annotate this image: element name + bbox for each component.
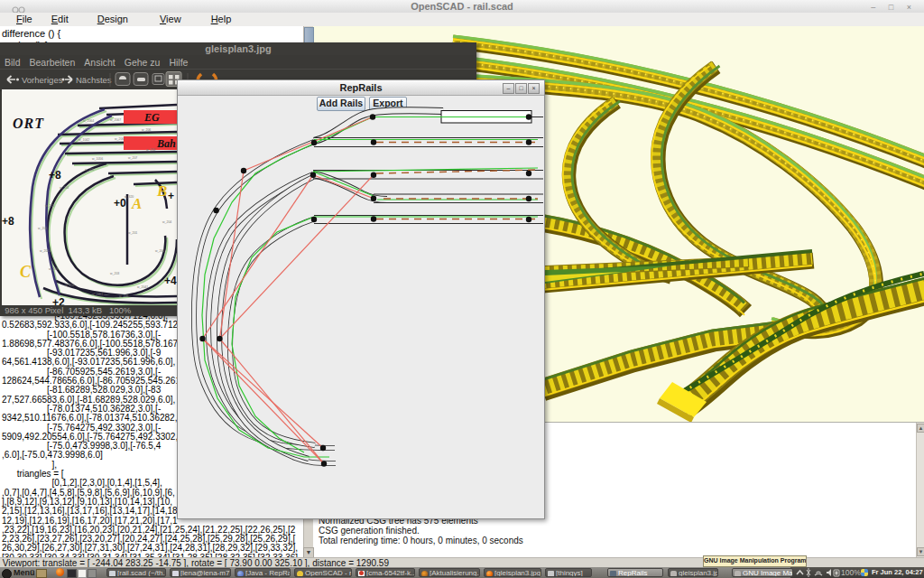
- svg-text:w_201: w_201: [128, 231, 137, 235]
- svg-text:Vorheriges: Vorheriges: [22, 75, 63, 85]
- svg-text:+: +: [168, 190, 174, 202]
- svg-text:+4: +4: [164, 275, 177, 287]
- svg-text:w_204: w_204: [162, 220, 171, 224]
- svg-text:w_205: w_205: [85, 168, 94, 172]
- svg-text:w_204: w_204: [65, 284, 74, 287]
- svg-text:w_1042: w_1042: [79, 138, 89, 142]
- svg-text:w_203: w_203: [45, 204, 54, 208]
- svg-text:Nächstes: Nächstes: [76, 75, 112, 85]
- svg-text:+0: +0: [114, 197, 126, 210]
- svg-text:w_201: w_201: [38, 227, 47, 230]
- svg-text:w_1056: w_1056: [92, 157, 103, 161]
- svg-text:w_320: w_320: [125, 195, 134, 199]
- svg-text:w_2067: w_2067: [110, 118, 121, 122]
- svg-text:w_206: w_206: [142, 128, 151, 132]
- svg-text:+8: +8: [2, 215, 14, 228]
- svg-text:w_207: w_207: [128, 156, 137, 160]
- svg-text:w_206: w_206: [146, 148, 155, 152]
- svg-text:w_206: w_206: [115, 137, 124, 141]
- svg-text:+2: +2: [52, 296, 65, 305]
- svg-text:+8: +8: [49, 169, 61, 182]
- svg-text:w_2041: w_2041: [137, 285, 148, 289]
- svg-text:w_203: w_203: [110, 272, 119, 275]
- svg-text:w_2021: w_2021: [40, 249, 51, 253]
- svg-text:EG: EG: [143, 111, 160, 124]
- svg-text:Bah: Bah: [156, 137, 176, 150]
- svg-text:ORT: ORT: [13, 116, 44, 131]
- svg-text:w_206: w_206: [155, 249, 164, 253]
- svg-text:C: C: [20, 263, 32, 281]
- svg-text:w_2051: w_2051: [92, 293, 103, 296]
- svg-text:w_204: w_204: [60, 186, 69, 190]
- svg-text:w_206: w_206: [119, 294, 128, 298]
- svg-text:w_203: w_203: [49, 267, 58, 271]
- svg-text:w_2064: w_2064: [83, 119, 94, 123]
- svg-text:B: B: [156, 182, 167, 200]
